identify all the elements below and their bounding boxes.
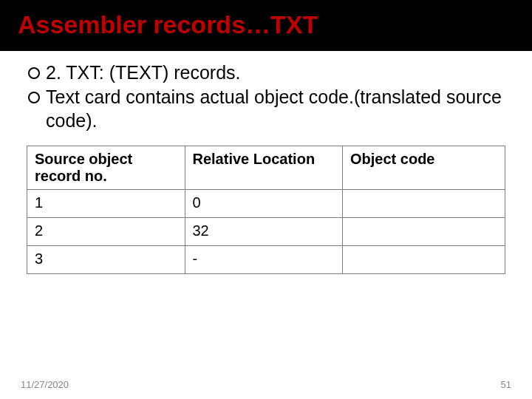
- slide-footer: 11/27/2020 51: [0, 379, 532, 390]
- table-cell: [343, 189, 505, 217]
- table-header-cell: Object code: [343, 146, 505, 189]
- slide-title: Assembler records…TXT: [18, 10, 514, 39]
- footer-page-number: 51: [501, 379, 511, 390]
- table-cell: [343, 217, 505, 245]
- table-header-cell: Relative Location: [185, 146, 343, 189]
- title-bar: Assembler records…TXT: [0, 0, 532, 51]
- table-row: 3 -: [27, 245, 505, 273]
- table-cell: 1: [27, 189, 185, 217]
- bullet-list: 2. TXT: (TEXT) records. Text card contai…: [28, 61, 511, 132]
- footer-date: 11/27/2020: [21, 379, 69, 390]
- bullet-item: Text card contains actual object code.(t…: [28, 86, 511, 132]
- table-header-cell: Source object record no.: [27, 146, 185, 189]
- table-cell: 3: [27, 245, 185, 273]
- table-container: Source object record no. Relative Locati…: [27, 146, 505, 274]
- table-cell: [343, 245, 505, 273]
- bullet-item: 2. TXT: (TEXT) records.: [28, 61, 511, 84]
- table-row: 1 0: [27, 189, 505, 217]
- table-cell: 2: [27, 217, 185, 245]
- slide-content: 2. TXT: (TEXT) records. Text card contai…: [0, 51, 532, 274]
- table-cell: -: [185, 245, 343, 273]
- table-row: 2 32: [27, 217, 505, 245]
- records-table: Source object record no. Relative Locati…: [27, 146, 505, 274]
- table-cell: 0: [185, 189, 343, 217]
- table-cell: 32: [185, 217, 343, 245]
- table-header-row: Source object record no. Relative Locati…: [27, 146, 505, 189]
